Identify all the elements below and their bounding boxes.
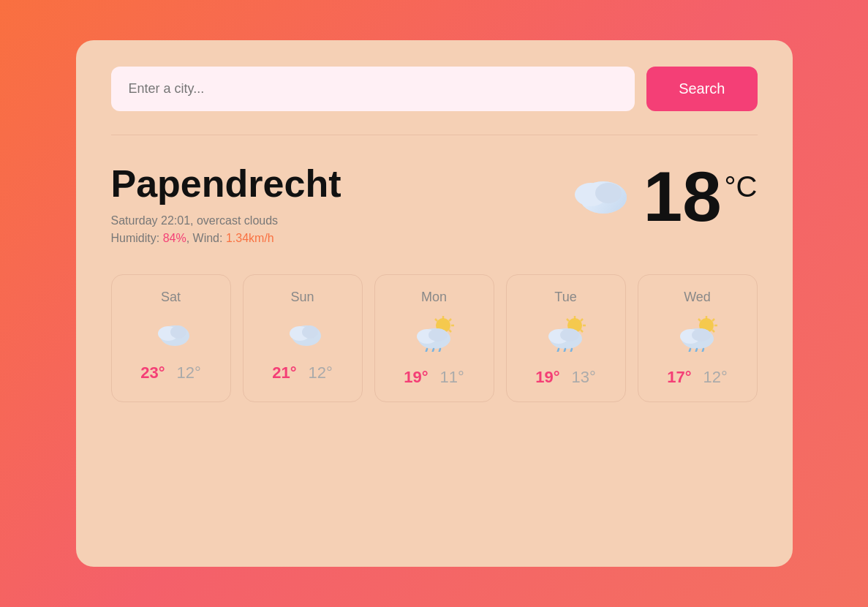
- forecast-temps-sun: 21° 12°: [272, 363, 333, 382]
- city-info: Papendrecht Saturday 22:01, overcast clo…: [111, 162, 341, 245]
- temp-low-mon: 11°: [440, 368, 464, 387]
- svg-point-6: [170, 325, 186, 339]
- temp-low-tue: 13°: [572, 368, 596, 387]
- forecast-day-wed: Wed: [684, 290, 711, 305]
- city-name: Papendrecht: [111, 162, 341, 206]
- forecast-day-tue: Tue: [554, 290, 576, 305]
- city-humidity: Humidity: 84%, Wind: 1.34km/h: [111, 232, 341, 245]
- forecast-icon-wed: [676, 315, 720, 358]
- forecast-day-sat: Sat: [161, 290, 181, 305]
- forecast-icon-mon: [412, 315, 456, 358]
- forecast-card-sun: Sun 21° 12°: [243, 274, 363, 402]
- current-weather: 18°C: [563, 162, 758, 232]
- svg-line-39: [698, 319, 701, 321]
- temp-high-sun: 21°: [272, 363, 296, 382]
- temp-high-wed: 17°: [667, 368, 691, 387]
- forecast-icon-sat: [151, 315, 192, 353]
- svg-line-44: [695, 349, 697, 352]
- svg-line-14: [449, 330, 451, 332]
- forecast-icon-sun: [282, 315, 323, 353]
- svg-line-45: [702, 349, 703, 352]
- svg-line-33: [570, 349, 572, 352]
- current-temperature: 18°C: [644, 162, 758, 232]
- forecast-temps-mon: 19° 11°: [404, 368, 464, 387]
- svg-line-27: [567, 319, 569, 321]
- forecast-card-wed: Wed: [638, 274, 758, 402]
- temp-high-mon: 19°: [404, 368, 428, 387]
- svg-point-18: [429, 328, 448, 342]
- svg-line-31: [557, 349, 559, 352]
- forecast-temps-wed: 17° 12°: [667, 368, 728, 387]
- search-button[interactable]: Search: [646, 67, 757, 111]
- forecast-card-mon: Mon: [374, 274, 494, 402]
- svg-point-30: [560, 328, 579, 342]
- forecast-card-sat: Sat 23° 12°: [111, 274, 231, 402]
- forecast-day-mon: Mon: [421, 290, 447, 305]
- svg-line-43: [689, 349, 690, 352]
- city-datetime: Saturday 22:01, overcast clouds: [111, 214, 341, 227]
- svg-line-24: [581, 319, 583, 321]
- current-weather-icon: [563, 167, 629, 227]
- divider: [111, 135, 758, 135]
- humidity-label: Humidity:: [111, 232, 160, 244]
- svg-point-3: [595, 183, 622, 203]
- forecast-day-sun: Sun: [290, 290, 314, 305]
- svg-line-20: [432, 349, 434, 352]
- temp-high-tue: 19°: [535, 368, 559, 387]
- temp-low-sun: 12°: [309, 363, 333, 382]
- svg-line-26: [581, 330, 583, 332]
- svg-line-21: [439, 349, 440, 352]
- forecast-temps-sat: 23° 12°: [140, 363, 201, 382]
- wind-value: 1.34km/h: [226, 232, 274, 244]
- search-row: Search: [111, 67, 758, 111]
- humidity-value: 84%: [163, 232, 186, 244]
- temp-low-sat: 12°: [177, 363, 201, 382]
- svg-point-42: [692, 328, 711, 342]
- city-header: Papendrecht Saturday 22:01, overcast clo…: [111, 162, 758, 245]
- wind-label: Wind:: [193, 232, 223, 244]
- search-input[interactable]: [111, 67, 635, 111]
- forecast-card-tue: Tue: [506, 274, 626, 402]
- svg-line-36: [712, 319, 714, 321]
- svg-line-15: [435, 319, 437, 321]
- svg-line-12: [449, 319, 451, 321]
- svg-point-9: [302, 325, 318, 339]
- forecast-icon-tue: [544, 315, 588, 358]
- svg-line-38: [712, 330, 714, 332]
- temp-low-wed: 12°: [703, 368, 728, 387]
- temp-high-sat: 23°: [140, 363, 165, 382]
- svg-line-19: [426, 349, 427, 352]
- svg-line-32: [564, 349, 565, 352]
- forecast-temps-tue: 19° 13°: [535, 368, 596, 387]
- forecast-row: Sat 23° 12° Sun: [111, 274, 758, 402]
- app-card: Search Papendrecht Saturday 22:01, overc…: [76, 40, 793, 567]
- degree-unit: °C: [725, 170, 758, 203]
